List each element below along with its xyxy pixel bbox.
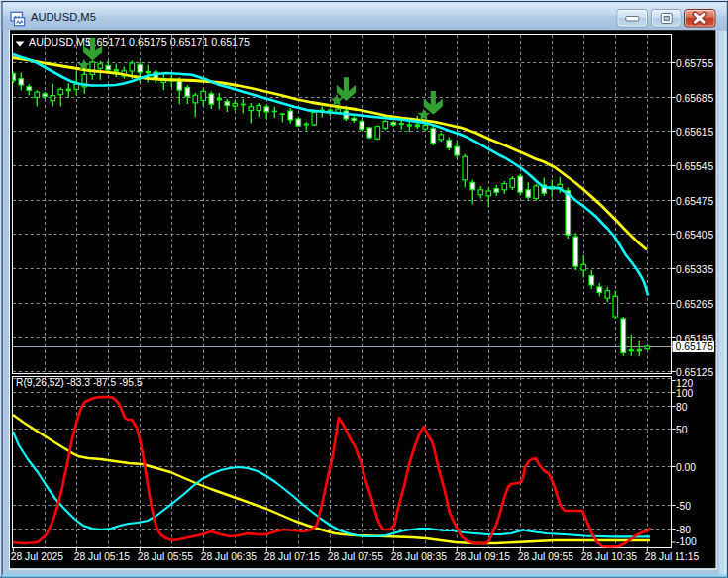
svg-text:R(9,26,52) -83.3 -87.5 -95.5: R(9,26,52) -83.3 -87.5 -95.5 xyxy=(16,377,143,388)
svg-text:28 Jul 2025: 28 Jul 2025 xyxy=(11,551,64,562)
svg-text:28 Jul 07:15: 28 Jul 07:15 xyxy=(264,551,320,562)
svg-text:AUDUSD,M5: AUDUSD,M5 xyxy=(29,36,91,48)
svg-text:28 Jul 11:15: 28 Jul 11:15 xyxy=(645,551,700,562)
svg-text:AUDUSD,M5: AUDUSD,M5 xyxy=(31,11,96,23)
svg-text:28 Jul 09:55: 28 Jul 09:55 xyxy=(518,551,573,562)
svg-text:-80: -80 xyxy=(676,525,691,535)
svg-text:0.65335: 0.65335 xyxy=(676,264,713,275)
svg-text:28 Jul 06:35: 28 Jul 06:35 xyxy=(201,551,257,562)
svg-text:0.65755: 0.65755 xyxy=(676,58,713,69)
svg-text:80: 80 xyxy=(676,402,688,413)
svg-text:0.65265: 0.65265 xyxy=(676,299,713,310)
svg-text:0.65125: 0.65125 xyxy=(676,367,713,378)
svg-text:28 Jul 09:15: 28 Jul 09:15 xyxy=(455,551,510,562)
svg-text:28 Jul 05:15: 28 Jul 05:15 xyxy=(74,551,130,562)
svg-text:50: 50 xyxy=(676,425,688,435)
svg-text:0.65615: 0.65615 xyxy=(676,127,713,138)
svg-text:0.65171 0.65175 0.65171 0.6517: 0.65171 0.65175 0.65171 0.65175 xyxy=(88,36,250,48)
svg-text:28 Jul 08:35: 28 Jul 08:35 xyxy=(391,551,447,562)
svg-text:0.65545: 0.65545 xyxy=(676,161,713,172)
svg-text:0.00: 0.00 xyxy=(676,462,696,473)
svg-text:0.65685: 0.65685 xyxy=(676,93,713,104)
svg-text:0.65175: 0.65175 xyxy=(676,341,714,352)
svg-text:28 Jul 07:55: 28 Jul 07:55 xyxy=(328,551,383,562)
svg-text:100: 100 xyxy=(676,388,693,399)
svg-text:28 Jul 10:35: 28 Jul 10:35 xyxy=(581,551,637,562)
svg-text:-100: -100 xyxy=(676,536,697,547)
svg-text:0.65475: 0.65475 xyxy=(676,196,713,207)
svg-text:0.65405: 0.65405 xyxy=(676,230,713,241)
svg-text:-50: -50 xyxy=(676,501,691,512)
svg-text:28 Jul 05:55: 28 Jul 05:55 xyxy=(138,551,193,562)
